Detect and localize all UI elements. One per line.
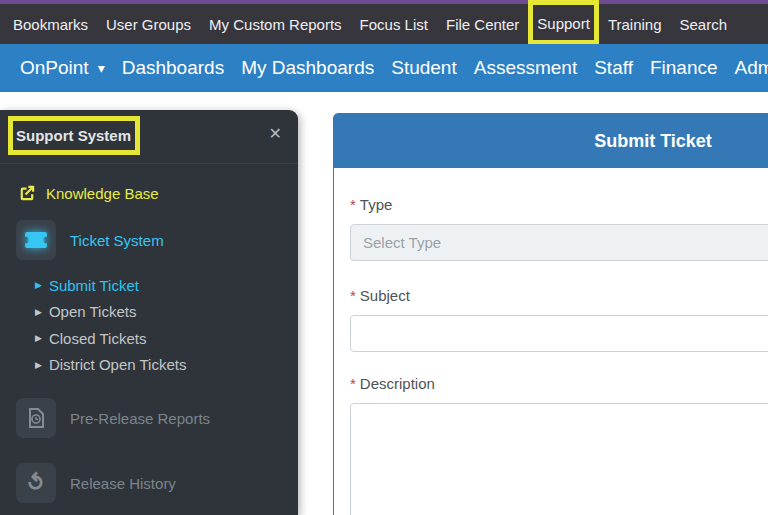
submenu-arrow-icon: ▶	[35, 308, 42, 317]
description-textarea[interactable]	[350, 403, 768, 515]
pre-release-reports-item[interactable]: Pre-Release Reports	[16, 398, 282, 438]
ticket-system-label: Ticket System	[70, 232, 164, 249]
type-field-label: *Type	[350, 196, 768, 213]
submenu-item-submit-ticket[interactable]: ▶ Submit Ticket	[35, 272, 282, 299]
submenu-label: Submit Ticket	[49, 277, 139, 294]
nav-item-finance[interactable]: Finance	[650, 57, 718, 79]
nav-item-student[interactable]: Student	[391, 57, 457, 79]
required-marker: *	[350, 287, 356, 304]
external-link-icon	[18, 184, 36, 202]
submenu-arrow-icon: ▶	[35, 361, 42, 370]
primary-nav-bar: OnPoint ▾ Dashboards My Dashboards Stude…	[0, 44, 768, 92]
submenu-label: Closed Tickets	[49, 330, 147, 347]
pre-release-reports-icon	[16, 398, 56, 438]
brand-menu-onpoint[interactable]: OnPoint ▾	[20, 57, 105, 79]
menu-item-training[interactable]: Training	[608, 16, 662, 33]
knowledge-base-link[interactable]: Knowledge Base	[16, 176, 282, 208]
caret-down-icon: ▾	[98, 60, 105, 76]
menu-item-support[interactable]: Support	[537, 15, 590, 32]
field-label-text: Subject	[360, 287, 410, 304]
field-label-text: Description	[360, 375, 435, 392]
menu-item-my-custom-reports[interactable]: My Custom Reports	[209, 16, 342, 33]
submit-ticket-panel: Submit Ticket *Type Select Type *Subject…	[333, 113, 768, 515]
submenu-item-open-tickets[interactable]: ▶ Open Tickets	[35, 299, 282, 326]
support-panel-title: Support System	[16, 127, 131, 144]
submenu-label: Open Tickets	[49, 303, 137, 320]
required-marker: *	[350, 196, 356, 213]
subject-field-label: *Subject	[350, 287, 768, 304]
submenu-arrow-icon: ▶	[35, 281, 42, 290]
history-icon: ↺	[16, 463, 56, 503]
pre-release-reports-label: Pre-Release Reports	[70, 410, 210, 427]
submenu-label: District Open Tickets	[49, 356, 187, 373]
panel-title: Submit Ticket	[594, 131, 712, 152]
menu-item-user-groups[interactable]: User Groups	[106, 16, 191, 33]
release-history-label: Release History	[70, 475, 176, 492]
menu-item-focus-list[interactable]: Focus List	[360, 16, 428, 33]
ticket-system-item[interactable]: Ticket System	[16, 220, 282, 260]
menu-item-bookmarks[interactable]: Bookmarks	[13, 16, 88, 33]
knowledge-base-label: Knowledge Base	[46, 185, 159, 202]
type-select-placeholder: Select Type	[363, 234, 441, 251]
submit-ticket-form: *Type Select Type *Subject *Description	[334, 168, 768, 515]
nav-item-my-dashboards[interactable]: My Dashboards	[241, 57, 374, 79]
support-panel-body: Knowledge Base Ticket System ▶ Submit Ti…	[0, 164, 298, 503]
submenu-item-closed-tickets[interactable]: ▶ Closed Tickets	[35, 325, 282, 352]
nav-item-assessment[interactable]: Assessment	[474, 57, 577, 79]
nav-item-staff[interactable]: Staff	[594, 57, 633, 79]
menu-item-file-center[interactable]: File Center	[446, 16, 519, 33]
description-field-label: *Description	[350, 375, 768, 392]
type-select[interactable]: Select Type	[350, 224, 768, 261]
submit-ticket-header: Submit Ticket	[334, 114, 768, 168]
submenu-item-district-open-tickets[interactable]: ▶ District Open Tickets	[35, 352, 282, 379]
brand-label: OnPoint	[20, 57, 89, 79]
ticket-system-submenu: ▶ Submit Ticket ▶ Open Tickets ▶ Closed …	[35, 272, 282, 378]
close-icon[interactable]: ✕	[269, 126, 282, 142]
nav-item-dashboards[interactable]: Dashboards	[122, 57, 224, 79]
subject-input[interactable]	[350, 315, 768, 352]
top-menu-bar: Bookmarks User Groups My Custom Reports …	[0, 4, 768, 44]
required-marker: *	[350, 375, 356, 392]
submenu-arrow-icon: ▶	[35, 334, 42, 343]
support-panel-header: Support System ✕	[0, 110, 298, 164]
app-viewport: Bookmarks User Groups My Custom Reports …	[0, 0, 768, 515]
release-history-item[interactable]: ↺ Release History	[16, 463, 282, 503]
field-label-text: Type	[360, 196, 393, 213]
menu-item-search[interactable]: Search	[680, 16, 728, 33]
ticket-icon	[16, 220, 56, 260]
support-system-panel: Support System ✕ Knowledge Base	[0, 110, 298, 515]
nav-item-administration[interactable]: Administration	[735, 57, 768, 79]
